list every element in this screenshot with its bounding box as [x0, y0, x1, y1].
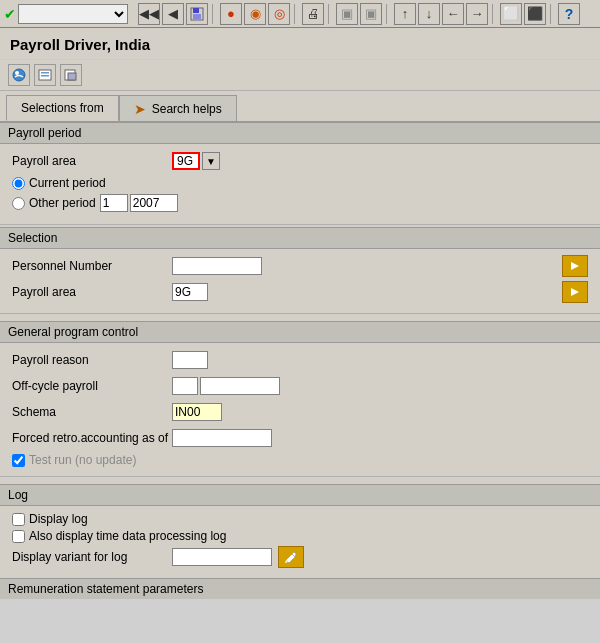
schema-input[interactable]: IN00 [172, 403, 222, 421]
general-program-header: General program control [0, 321, 600, 343]
title-bar: Payroll Driver, India [0, 28, 600, 60]
schema-row: Schema IN00 [12, 401, 588, 423]
period-number-input[interactable]: 1 [100, 194, 128, 212]
action-btn-1[interactable] [8, 64, 30, 86]
personnel-number-input[interactable] [172, 257, 262, 275]
spacer-2 [0, 476, 600, 484]
log-header: Log [0, 484, 600, 506]
off-cycle-row: Off-cycle payroll [12, 375, 588, 397]
payroll-period-body: Payroll area 9G ▼ Current period Other p… [0, 144, 600, 222]
payroll-area-field: 9G ▼ [172, 152, 220, 170]
green-check-icon: ✔ [4, 6, 16, 22]
nav-left-btn[interactable]: ← [442, 3, 464, 25]
display-log-label: Display log [29, 512, 88, 526]
selection-payroll-area-input[interactable]: 9G [172, 283, 208, 301]
personnel-number-label: Personnel Number [12, 259, 172, 273]
nav-back-back-btn[interactable]: ◀◀ [138, 3, 160, 25]
also-display-row: Also display time data processing log [12, 529, 588, 543]
execute-btn[interactable]: ● [220, 3, 242, 25]
off-cycle-label: Off-cycle payroll [12, 379, 172, 393]
save-btn[interactable] [186, 3, 208, 25]
main-content: Payroll period Payroll area 9G ▼ Current… [0, 122, 600, 599]
action-btn-3[interactable] [60, 64, 82, 86]
period-year-input[interactable]: 2007 [130, 194, 178, 212]
forced-retro-row: Forced retro.accounting as of [12, 427, 588, 449]
off-cycle-input-1[interactable] [172, 377, 198, 395]
remuneration-header: Remuneration statement parameters [0, 578, 600, 599]
misc-btn-1[interactable]: ▣ [336, 3, 358, 25]
selection-payroll-area-arrow-btn[interactable] [562, 281, 588, 303]
tab-search-helps[interactable]: ➤ Search helps [119, 95, 237, 121]
display-variant-input[interactable] [172, 548, 272, 566]
selection-payroll-area-label: Payroll area [12, 285, 172, 299]
test-run-checkbox[interactable] [12, 454, 25, 467]
other-period-label: Other period [29, 196, 96, 210]
current-period-label: Current period [29, 176, 106, 190]
display-variant-row: Display variant for log [12, 546, 588, 568]
schema-label: Schema [12, 405, 172, 419]
selection-header: Selection [0, 227, 600, 249]
display-log-row: Display log [12, 512, 588, 526]
action-toolbar [0, 60, 600, 91]
svg-rect-1 [193, 8, 199, 13]
tab-search-label: Search helps [152, 102, 222, 116]
misc-btn-2[interactable]: ▣ [360, 3, 382, 25]
nav-up-btn[interactable]: ↑ [394, 3, 416, 25]
toolbar-divider-4 [386, 4, 390, 24]
tab-row: Selections from ➤ Search helps [0, 91, 600, 122]
test-run-label: Test run (no update) [29, 453, 136, 467]
layout-btn-1[interactable]: ⬜ [500, 3, 522, 25]
svg-rect-6 [41, 72, 49, 74]
test-run-row: Test run (no update) [12, 453, 588, 467]
display-log-checkbox[interactable] [12, 513, 25, 526]
main-toolbar: ✔ ◀◀ ◀ ● ◉ ◎ 🖨 ▣ ▣ ↑ ↓ ← → ⬜ ⬛ ? [0, 0, 600, 28]
svg-rect-2 [193, 14, 201, 19]
tab-selections-label: Selections from [21, 101, 104, 115]
action-btn-2[interactable] [34, 64, 56, 86]
other-period-radio[interactable] [12, 197, 25, 210]
also-display-checkbox[interactable] [12, 530, 25, 543]
help-btn[interactable]: ? [558, 3, 580, 25]
log-body: Display log Also display time data proce… [0, 506, 600, 578]
general-program-body: Payroll reason Off-cycle payroll Schema … [0, 343, 600, 476]
current-period-row: Current period [12, 176, 588, 190]
other-period-row: Other period 1 2007 [12, 194, 588, 212]
svg-point-4 [15, 71, 19, 75]
tab-selections-from[interactable]: Selections from [6, 95, 119, 121]
page-title: Payroll Driver, India [10, 36, 590, 53]
print-btn[interactable]: 🖨 [302, 3, 324, 25]
period-fields: 1 2007 [100, 194, 178, 212]
svg-rect-7 [41, 75, 49, 77]
svg-rect-9 [68, 73, 76, 80]
nav-down-btn[interactable]: ↓ [418, 3, 440, 25]
payroll-area-label: Payroll area [12, 154, 172, 168]
payroll-reason-input[interactable] [172, 351, 208, 369]
payroll-reason-row: Payroll reason [12, 349, 588, 371]
off-cycle-input-2[interactable] [200, 377, 280, 395]
toolbar-dropdown[interactable] [18, 4, 128, 24]
sep-1 [0, 224, 600, 225]
payroll-area-lookup-btn[interactable]: ▼ [202, 152, 220, 170]
svg-marker-10 [571, 262, 579, 270]
display-variant-label: Display variant for log [12, 550, 172, 564]
forced-retro-input[interactable] [172, 429, 272, 447]
payroll-area-value[interactable]: 9G [172, 152, 200, 170]
tab-arrow-icon: ➤ [134, 101, 146, 117]
toolbar-divider-3 [328, 4, 332, 24]
find-btn[interactable]: ◉ [244, 3, 266, 25]
current-period-radio[interactable] [12, 177, 25, 190]
payroll-reason-label: Payroll reason [12, 353, 172, 367]
find-next-btn[interactable]: ◎ [268, 3, 290, 25]
nav-back-btn[interactable]: ◀ [162, 3, 184, 25]
personnel-number-arrow-btn[interactable] [562, 255, 588, 277]
nav-right-btn[interactable]: → [466, 3, 488, 25]
payroll-period-header: Payroll period [0, 122, 600, 144]
toolbar-divider-1 [212, 4, 216, 24]
layout-btn-2[interactable]: ⬛ [524, 3, 546, 25]
toolbar-divider-6 [550, 4, 554, 24]
also-display-label: Also display time data processing log [29, 529, 226, 543]
selection-payroll-area-row: Payroll area 9G [12, 281, 588, 303]
personnel-number-row: Personnel Number [12, 255, 588, 277]
toolbar-divider-5 [492, 4, 496, 24]
display-variant-pencil-btn[interactable] [278, 546, 304, 568]
